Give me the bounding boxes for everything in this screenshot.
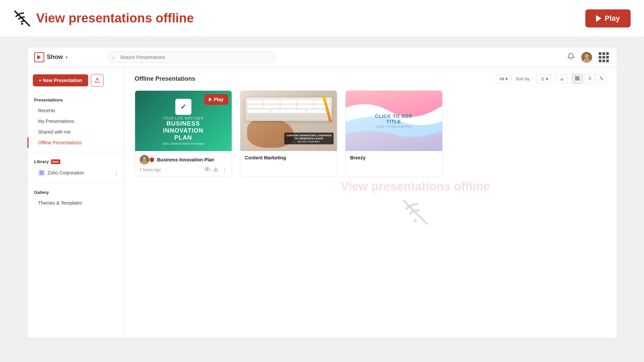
library-item-more-button[interactable]: ⋮ [114,170,119,176]
presentation-card-breezy[interactable]: CLICK TO ADD TITLE CLICK TO ADD SUBTITLE… [345,90,443,177]
svg-point-11 [414,219,417,222]
pres-name-biz: Business Innovation Plan [157,157,214,162]
analytics-view-button[interactable] [596,74,607,84]
analytics-view-icon [599,76,604,81]
sort-button[interactable]: ▾ [536,74,552,83]
card-play-button-biz[interactable]: Play [204,94,228,105]
svg-point-1 [21,23,23,25]
breezy-subtitle: CLICK TO ADD SUBTITLE [370,125,418,128]
user-avatar[interactable] [581,52,592,63]
new-presentation-row: + New Presentation [27,74,124,93]
grid-view-icon [575,76,580,81]
play-triangle-icon [596,15,601,22]
content-header: Offline Presentations All ▾ Sort by : [135,74,607,84]
grid-view-button[interactable] [572,74,583,84]
eye-icon [204,166,210,172]
header-actions [566,51,610,64]
pres-avatar-secondary [149,157,155,162]
search-input[interactable] [108,52,276,63]
app-header: Show ▾ ⌕ [27,47,617,67]
show-dropdown-arrow[interactable]: ▾ [66,55,68,60]
gallery-section-title: Gallery [27,187,124,198]
sidebar: + New Presentation Presentations Recents… [27,67,125,338]
sidebar-item-recents[interactable]: Recents [27,105,124,116]
svg-rect-19 [575,77,577,78]
show-logo-icon [34,52,44,62]
sidebar-item-my-presentations[interactable]: My Presentations [27,116,124,127]
presentations-grid: ✓ Your life watcher BUSINESSINNOVATIONPL… [135,90,607,177]
new-presentation-button[interactable]: + New Presentation [33,74,89,86]
sort-desc-button[interactable] [556,75,568,83]
pres-card-body-biz: Business Innovation Plan 1 hours ago [135,151,232,177]
svg-rect-22 [578,79,579,80]
svg-point-30 [143,157,146,160]
app-logo-area: Show ▾ [34,52,101,62]
sidebar-divider-1 [27,152,124,152]
svg-point-3 [585,54,589,58]
banner-left: View presentations offline [13,10,194,27]
overlay-wifi-off-icon [402,199,429,226]
sort-by-label: Sort by : [516,76,532,81]
sidebar-item-shared-with-me[interactable]: Shared with me [27,127,124,137]
sidebar-divider-2 [27,183,124,183]
download-icon [213,166,219,172]
view-toggle [572,74,607,84]
banner-title: View presentations offline [36,11,194,25]
search-icon: ⌕ [112,55,115,60]
notification-bell-button[interactable] [566,51,576,63]
library-new-badge: New [51,159,61,164]
filter-all-button[interactable]: All ▾ [496,74,512,83]
wifi-off-icon [13,10,31,27]
library-section-title-row: Library New [27,156,124,167]
svg-rect-9 [42,173,43,174]
main-content: View presentations offline Offline Prese… [125,67,617,338]
play-triangle-icon [209,97,212,101]
pres-name-content: Content Marketing [245,155,286,160]
svg-rect-6 [40,171,41,172]
presentation-card-biz-plan[interactable]: ✓ Your life watcher BUSINESSINNOVATIONPL… [135,90,232,177]
app-body: + New Presentation Presentations Recents… [27,67,617,338]
library-label: Library [34,159,49,164]
svg-line-10 [404,201,427,224]
sidebar-item-zoho-corporation[interactable]: Zoho Corporation ⋮ [27,167,124,179]
list-view-icon [587,76,592,81]
pres-view-button[interactable] [204,166,210,173]
content-marketing-text-overlay: CONTENT MARKETING CAMPAIGNTO GENERATE LE… [284,133,334,144]
app-name-label: Show [47,54,63,61]
list-view-button[interactable] [584,74,595,84]
play-button[interactable]: Play [585,9,631,27]
apps-grid-button[interactable] [597,51,610,64]
pres-avatar-biz [140,155,149,164]
svg-point-32 [207,168,208,170]
pres-thumbnail-biz-plan: ✓ Your life watcher BUSINESSINNOVATIONPL… [135,91,232,151]
breezy-click-to-add: CLICK TO ADD TITLE [370,114,418,124]
sort-desc-icon [560,77,564,81]
pres-thumbnail-breezy: CLICK TO ADD TITLE CLICK TO ADD SUBTITLE [346,91,442,151]
svg-rect-21 [575,79,577,80]
grid-dots-icon [599,52,609,62]
presentation-card-content-marketing[interactable]: CONTENT MARKETING CAMPAIGNTO GENERATE LE… [240,90,337,177]
top-banner: View presentations offline Play [0,0,644,37]
sort-chevron-icon: ▾ [546,76,548,81]
pres-more-button[interactable]: ⋮ [222,167,227,173]
biz-check-icon: ✓ [175,99,191,115]
app-container: Show ▾ ⌕ [27,47,617,338]
presentations-section-title: Presentations [27,95,124,105]
pres-download-button[interactable] [213,166,219,173]
sidebar-item-offline-presentations[interactable]: Offline Presentations [27,137,124,148]
pres-name-breezy: Breezy [350,155,366,160]
offline-overlay: View presentations offline [341,179,490,226]
upload-button[interactable] [91,74,104,87]
sort-icon [540,77,544,81]
pres-card-body-content: Content Marketing [240,151,337,166]
pres-thumbnail-content: CONTENT MARKETING CAMPAIGNTO GENERATE LE… [240,91,337,151]
svg-rect-20 [578,77,579,78]
pres-card-body-breezy: Breezy [346,151,442,166]
sidebar-item-themes-templates[interactable]: Themes & Templates [27,198,124,208]
search-bar: ⌕ [108,52,276,63]
content-title: Offline Presentations [135,75,195,82]
filter-chevron-icon: ▾ [506,76,508,81]
content-controls: All ▾ Sort by : ▾ [496,74,607,84]
svg-rect-7 [42,171,43,172]
show-triangle-icon [37,55,41,60]
